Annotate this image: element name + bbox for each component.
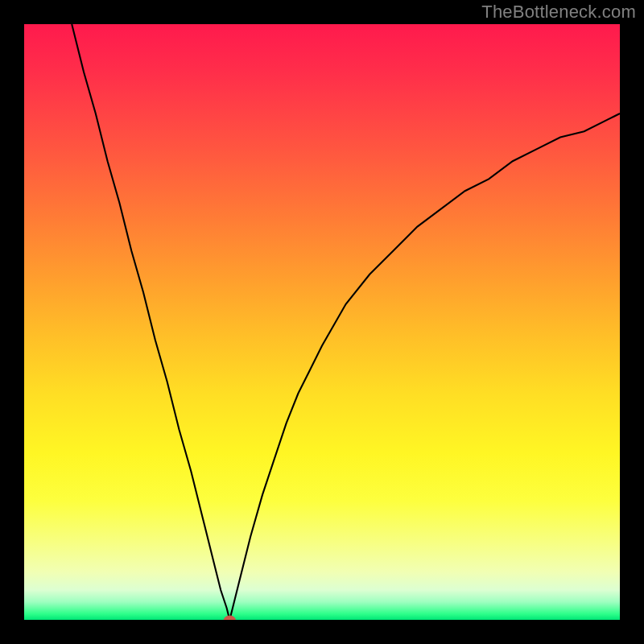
bottleneck-curve — [72, 24, 620, 620]
curve-layer — [24, 24, 620, 620]
tangent-marker — [224, 616, 235, 620]
plot-area — [24, 24, 620, 620]
watermark-text: TheBottleneck.com — [481, 2, 636, 23]
chart-frame: TheBottleneck.com — [0, 0, 644, 644]
